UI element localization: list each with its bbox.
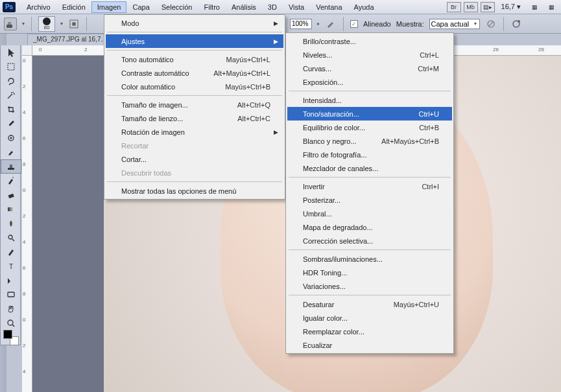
menuitem-tono-autom-tico[interactable]: Tono automáticoMayús+Ctrl+L [106,52,283,66]
current-tool-icon[interactable] [4,17,17,30]
brush-preset-picker[interactable]: 80 [38,16,55,32]
menuitem-intensidad-[interactable]: Intensidad... [287,93,452,107]
menuitem-label: Tamaño de imagen... [121,101,188,109]
menuitem-label: Invertir [303,183,325,190]
bridge-icon[interactable]: Br [447,2,461,12]
menu-ventana[interactable]: Ventana [310,1,348,13]
ruler-origin[interactable] [22,45,32,56]
menuitem-shortcut: Ctrl+I [422,183,439,190]
ps-logo-icon: Ps [3,2,16,12]
tool-crop[interactable] [1,102,21,117]
menu-selección[interactable]: Selección [156,1,198,13]
flow-slider-icon[interactable]: ▸ [317,21,320,27]
menuitem-modo[interactable]: Modo▶ [106,16,283,30]
menuitem-cortar-[interactable]: Cortar... [106,152,283,166]
menuitem-mostrar-todas-las-opciones-de-men-[interactable]: Mostrar todas las opciones de menú [106,184,283,198]
tool-brush[interactable] [1,145,21,159]
tool-dropdown-icon[interactable]: ▾ [22,21,25,27]
menuitem-label: Descubrir todas [121,169,171,177]
menuitem-tama-o-de-imagen-[interactable]: Tamaño de imagen...Alt+Ctrl+Q [106,98,283,111]
menuitem-filtro-de-fotograf-a-[interactable]: Filtro de fotografía... [287,148,452,161]
tool-type[interactable]: T [1,259,21,273]
minibridge-icon[interactable]: Mb [464,2,478,12]
menuitem-niveles-[interactable]: Niveles...Ctrl+L [287,48,452,62]
zoom-level[interactable]: 16,7 ▾ [497,3,525,11]
menuitem-igualar-color-[interactable]: Igualar color... [287,311,452,325]
tool-history[interactable] [1,174,21,188]
airbrush-icon[interactable] [325,18,337,30]
tool-hand[interactable] [1,302,21,316]
menuitem-label: Mostrar todas las opciones de menú [121,187,236,195]
menu-image: Modo▶Ajustes▶Tono automáticoMayús+Ctrl+L… [104,14,285,200]
document-tab[interactable]: _MG_2977.JPG al 16,7… [27,34,113,45]
menuitem-posterizar-[interactable]: Posterizar... [287,193,452,207]
brush-dropdown-icon[interactable]: ▾ [60,21,63,27]
menuitem-contraste-autom-tico[interactable]: Contraste automáticoAlt+Mayús+Ctrl+L [106,66,283,80]
svg-rect-18 [8,292,14,297]
sample-combo[interactable]: Capa actual▼ [429,19,480,29]
view-extras-icon[interactable]: ▦ [527,2,542,12]
menuitem-desaturar[interactable]: DesaturarMayús+Ctrl+U [287,297,452,311]
menuitem-label: Posterizar... [303,196,340,204]
menuitem-sombras-iluminaciones-[interactable]: Sombras/iluminaciones... [287,252,452,266]
menuitem-label: Brillo/contraste... [303,38,356,45]
ignore-adjustments-icon[interactable] [485,18,497,30]
menu-filtro[interactable]: Filtro [198,1,225,13]
ruler-vertical[interactable]: 0246802468024 [22,56,32,392]
menuitem-rotaci-n-de-imagen[interactable]: Rotación de imagen▶ [106,125,283,139]
tool-heal[interactable] [1,131,21,145]
menu-análisis[interactable]: Análisis [226,1,262,13]
tool-gradient[interactable] [1,202,21,216]
color-swatches[interactable] [1,330,21,345]
menuitem-umbral-[interactable]: Umbral... [287,207,452,220]
brush-panel-icon[interactable] [68,18,80,30]
aligned-checkbox[interactable]: ✓ [350,20,358,28]
menuitem-exposici-n-[interactable]: Exposición... [287,75,452,89]
menuitem-mapa-de-degradado-[interactable]: Mapa de degradado... [287,220,452,234]
menuitem-equilibrio-de-color-[interactable]: Equilibrio de color...Ctrl+B [287,121,452,134]
menuitem-tama-o-de-lienzo-[interactable]: Tamaño de lienzo...Alt+Ctrl+C [106,111,283,125]
menu-capa[interactable]: Capa [126,1,155,13]
menuitem-reemplazar-color-[interactable]: Reemplazar color... [287,325,452,338]
menuitem-blanco-y-negro-[interactable]: Blanco y negro...Alt+Mayús+Ctrl+B [287,134,452,148]
tool-wand[interactable] [1,88,21,102]
tool-dodge[interactable] [1,231,21,245]
menuitem-label: Niveles... [303,51,332,59]
menu-imagen[interactable]: Imagen [91,1,127,13]
view-rulers-icon[interactable]: ▦ [544,2,558,12]
tablet-pressure-icon[interactable] [510,18,522,30]
menuitem-tono-saturaci-n-[interactable]: Tono/saturación...Ctrl+U [287,107,452,121]
menu-3d[interactable]: 3D [262,1,283,13]
menuitem-brillo-contraste-[interactable]: Brillo/contraste... [287,34,452,48]
menu-archivo[interactable]: Archivo [21,1,56,13]
menuitem-hdr-toning-[interactable]: HDR Toning... [287,266,452,279]
tool-blur[interactable] [1,216,21,231]
menuitem-shortcut: Mayús+Ctrl+U [394,301,439,308]
tool-eyedrop[interactable] [1,117,21,131]
menu-edición[interactable]: Edición [56,1,91,13]
tool-rect[interactable] [1,288,21,302]
menuitem-color-autom-tico[interactable]: Color automáticoMayús+Ctrl+B [106,80,283,93]
menuitem-mezclador-de-canales-[interactable]: Mezclador de canales... [287,161,452,175]
tool-stamp[interactable] [1,159,21,174]
menuitem-ajustes[interactable]: Ajustes▶ [106,34,283,48]
tool-marquee[interactable] [1,60,21,74]
tool-lasso[interactable] [1,74,21,88]
menuitem-curvas-[interactable]: Curvas...Ctrl+M [287,62,452,75]
flow-input[interactable] [290,19,312,29]
menuitem-invertir[interactable]: InvertirCtrl+I [287,179,452,193]
menu-ayuda[interactable]: Ayuda [348,1,380,13]
tool-path[interactable] [1,273,21,288]
menuitem-correcci-n-selectiva-[interactable]: Corrección selectiva... [287,234,452,248]
tool-eraser[interactable] [1,188,21,202]
menubar-right: Br Mb ▤▸ 16,7 ▾ ▦ ▦ [447,2,558,12]
menuitem-label: Color automático [121,83,175,91]
menuitem-variaciones-[interactable]: Variaciones... [287,279,452,293]
svg-rect-13 [8,194,14,198]
tool-move[interactable] [1,45,21,60]
menu-vista[interactable]: Vista [283,1,310,13]
menuitem-ecualizar[interactable]: Ecualizar [287,338,452,352]
tool-pen[interactable] [1,245,21,259]
screen-mode-icon[interactable]: ▤▸ [481,2,495,12]
tool-zoom[interactable] [1,316,21,330]
